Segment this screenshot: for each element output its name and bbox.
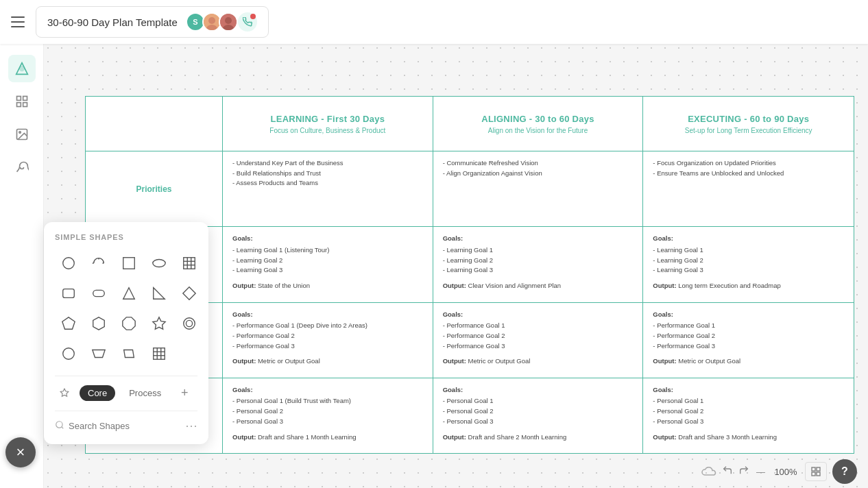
title-badge: 30-60-90 Day Plan Template S [36, 6, 269, 38]
redo-button[interactable] [738, 465, 749, 478]
learning-cell-2[interactable]: Goals: - Learning Goal 1- Learning Goal … [433, 227, 644, 302]
sidebar-draw-button[interactable] [8, 154, 36, 181]
fab-close-button[interactable]: × [5, 437, 36, 467]
tab-core[interactable]: Core [80, 385, 115, 401]
personal-goals-text-1: - Personal Goal 1 (Build Trust with Team… [232, 397, 351, 424]
sidebar-image-button[interactable] [8, 121, 36, 148]
performance-goals-text-3: - Performance Goal 1- Performance Goal 2… [653, 321, 715, 349]
shape-ellipse[interactable] [145, 249, 173, 277]
svg-rect-40 [154, 348, 165, 360]
sidebar-grid-button[interactable] [8, 88, 36, 115]
sidebar-shapes-button[interactable] [8, 55, 36, 82]
shape-circle3[interactable] [55, 340, 82, 367]
shape-parallelogram[interactable] [115, 340, 143, 367]
svg-point-46 [56, 421, 62, 427]
shape-diamond[interactable] [176, 280, 203, 307]
svg-rect-11 [23, 103, 27, 107]
shape-rounded-rect[interactable] [55, 280, 82, 307]
more-options-button[interactable]: ⋯ [185, 418, 197, 433]
shape-star[interactable] [145, 310, 173, 337]
perf-goals-label-3: Goals: [653, 310, 844, 320]
svg-point-7 [19, 66, 24, 71]
priorities-cell-2[interactable]: - Communicate Refreshed Vision- Align Or… [433, 151, 644, 226]
personal-cell-2[interactable]: Goals: - Personal Goal 1- Personal Goal … [433, 378, 644, 453]
col-title-learning: LEARNING - First 30 Days [271, 114, 385, 124]
pers-goals-label-1: Goals: [232, 385, 423, 395]
shape-trapezoid[interactable] [85, 340, 112, 367]
undo-button[interactable] [722, 465, 733, 478]
svg-point-36 [186, 320, 192, 326]
svg-rect-15 [817, 467, 820, 471]
shape-arc[interactable] [85, 249, 112, 277]
svg-rect-26 [63, 289, 75, 298]
svg-line-47 [62, 426, 64, 428]
help-label: ? [841, 465, 848, 478]
priorities-text-1: - Understand Key Part of the Business- B… [232, 159, 343, 186]
left-sidebar [0, 44, 44, 488]
svg-rect-16 [812, 472, 815, 476]
goals-label-2: Goals: [443, 234, 634, 244]
menu-button[interactable] [11, 14, 27, 30]
grid-toggle-button[interactable] [805, 462, 827, 481]
shape-circle[interactable] [55, 249, 82, 277]
svg-marker-28 [123, 288, 135, 300]
col-subtitle-aligning: Align on the Vision for the Future [488, 127, 588, 134]
shapes-tabs: Core Process + [55, 376, 197, 402]
shape-table[interactable] [176, 249, 203, 277]
output-2: Output: Clear Vision and Alignment Plan [443, 281, 634, 291]
search-shapes-input[interactable] [69, 421, 180, 431]
shape-right-triangle[interactable] [145, 280, 173, 307]
collaborators: S [186, 12, 257, 32]
shape-circle2[interactable] [176, 310, 203, 337]
svg-marker-39 [124, 350, 134, 358]
svg-marker-34 [153, 317, 165, 329]
col-subtitle-learning: Focus on Culture, Business & Product [269, 127, 385, 134]
svg-point-1 [208, 17, 215, 24]
perf-output-1: Output: Metric or Output Goal [232, 356, 423, 367]
plan-header-row: LEARNING - First 30 Days Focus on Cultur… [86, 97, 854, 151]
learning-cell-3[interactable]: Goals: - Learning Goal 1- Learning Goal … [643, 227, 854, 302]
svg-rect-19 [123, 258, 135, 269]
svg-marker-32 [93, 317, 105, 330]
svg-point-13 [19, 132, 20, 134]
svg-point-37 [63, 348, 75, 360]
shapes-tab-star-icon[interactable] [55, 383, 74, 402]
personal-goals-text-2: - Personal Goal 1- Personal Goal 2- Pers… [443, 397, 494, 424]
learning-cell-1[interactable]: Goals: - Learning Goal 1 (Listening Tour… [223, 227, 433, 302]
shape-wide-rect[interactable] [85, 280, 112, 307]
search-icon [55, 420, 64, 432]
goals-label-3: Goals: [653, 234, 844, 244]
header-col-executing: EXECUTING - 60 to 90 Days Set-up for Lon… [643, 97, 854, 151]
svg-rect-10 [16, 103, 21, 107]
fab-icon: × [16, 443, 25, 461]
shape-square[interactable] [115, 249, 143, 277]
perf-goals-label-2: Goals: [443, 310, 634, 320]
call-notification-dot [250, 14, 256, 19]
shapes-search: ⋯ [55, 411, 197, 433]
tab-process[interactable]: Process [121, 385, 169, 401]
shape-octagon[interactable] [115, 310, 143, 337]
help-button[interactable]: ? [832, 459, 857, 484]
shape-pentagon[interactable] [55, 310, 82, 337]
priorities-cell-3[interactable]: - Focus Organization on Updated Prioriti… [643, 151, 854, 226]
svg-point-18 [63, 258, 75, 269]
document-title: 30-60-90 Day Plan Template [47, 16, 178, 28]
performance-cell-3[interactable]: Goals: - Performance Goal 1- Performance… [643, 303, 854, 378]
call-button[interactable] [238, 12, 257, 32]
personal-cell-1[interactable]: Goals: - Personal Goal 1 (Build Trust wi… [223, 378, 433, 453]
svg-point-4 [225, 17, 232, 24]
performance-cell-2[interactable]: Goals: - Performance Goal 1- Performance… [433, 303, 644, 378]
col-title-executing: EXECUTING - 60 to 90 Days [688, 114, 809, 124]
priorities-text-2: - Communicate Refreshed Vision- Align Or… [443, 159, 542, 177]
bottom-bar: — 100% ? [690, 455, 868, 488]
shape-triangle[interactable] [115, 280, 143, 307]
priorities-cell-1[interactable]: - Understand Key Part of the Business- B… [223, 151, 433, 226]
personal-cell-3[interactable]: Goals: - Personal Goal 1- Personal Goal … [643, 378, 854, 453]
shape-grid2[interactable] [145, 340, 173, 367]
add-tab-button[interactable]: + [175, 383, 194, 402]
performance-cell-1[interactable]: Goals: - Performance Goal 1 (Deep Dive i… [223, 303, 433, 378]
search-input-wrap [55, 420, 180, 432]
shapes-panel-title: SIMPLE SHAPES [55, 233, 197, 241]
shape-hexagon[interactable] [85, 310, 112, 337]
perf-goals-label-1: Goals: [232, 310, 423, 320]
